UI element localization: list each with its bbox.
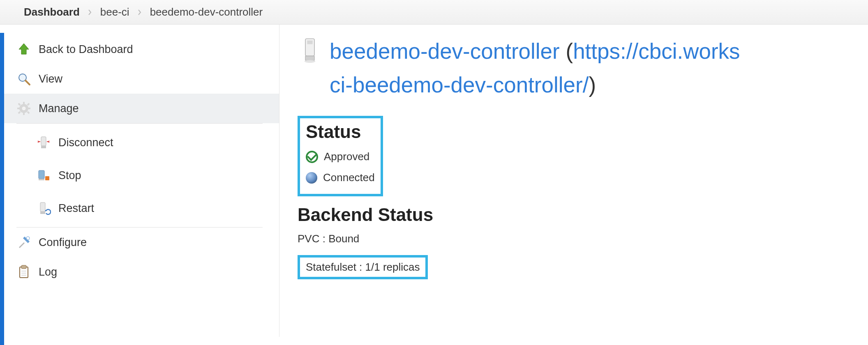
sidebar-item-label: Configure	[39, 236, 87, 249]
up-arrow-icon	[16, 42, 31, 57]
server-disconnect-icon	[36, 135, 51, 150]
status-approved-label: Approved	[324, 150, 369, 163]
chevron-right-icon	[138, 6, 142, 18]
title-name-link[interactable]: beedemo-dev-controller	[330, 39, 560, 63]
title-paren-open: (	[566, 39, 573, 63]
backend-statefulset-line: Statefulset : 1/1 replicas	[306, 261, 420, 273]
breadcrumb-controller[interactable]: beedemo-dev-controller	[150, 6, 263, 18]
sidebar-item-manage[interactable]: Manage	[0, 94, 279, 123]
breadcrumb-bee-ci[interactable]: bee-ci	[100, 6, 129, 18]
svg-point-21	[26, 237, 30, 240]
check-circle-icon	[306, 151, 318, 163]
title-url-link[interactable]: https://cbci.works	[573, 39, 740, 63]
sidebar: Back to Dashboard View Manage Disconnect	[0, 25, 279, 337]
tools-icon	[16, 235, 31, 250]
svg-rect-23	[21, 265, 26, 269]
svg-rect-10	[27, 103, 30, 106]
sidebar-item-log[interactable]: Log	[0, 257, 279, 287]
breadcrumb-dashboard[interactable]: Dashboard	[24, 6, 80, 18]
blue-ball-icon	[306, 172, 317, 184]
status-highlight-box: Status Approved Connected	[298, 116, 383, 196]
svg-rect-6	[17, 108, 20, 109]
clipboard-icon	[16, 264, 31, 279]
title-paren-close: )	[589, 73, 596, 97]
breadcrumb: Dashboard bee-ci beedemo-dev-controller	[0, 0, 868, 25]
server-stop-icon	[36, 168, 51, 183]
gear-icon	[16, 101, 31, 116]
page-title-wrap: beedemo-dev-controller (https://cbci.wor…	[330, 34, 740, 102]
sidebar-item-label: Stop	[58, 169, 81, 182]
main-content: beedemo-dev-controller (https://cbci.wor…	[279, 25, 868, 337]
sidebar-item-label: View	[39, 73, 62, 85]
svg-rect-4	[23, 102, 25, 104]
status-heading: Status	[306, 122, 375, 142]
svg-rect-19	[40, 202, 45, 212]
server-icon	[298, 38, 322, 63]
sidebar-item-label: Manage	[39, 102, 79, 115]
svg-rect-12	[41, 137, 46, 146]
sidebar-item-label: Restart	[58, 202, 94, 215]
sidebar-item-view[interactable]: View	[0, 64, 279, 94]
backend-heading: Backend Status	[298, 205, 868, 225]
sidebar-item-back[interactable]: Back to Dashboard	[0, 34, 279, 64]
svg-rect-9	[27, 111, 30, 114]
chevron-right-icon	[88, 6, 92, 18]
sidebar-item-stop[interactable]: Stop	[16, 159, 263, 192]
svg-point-3	[22, 107, 26, 110]
svg-rect-29	[305, 56, 314, 60]
title-url-line2[interactable]: ci-beedemo-dev-controller/	[330, 73, 589, 97]
sidebar-item-restart[interactable]: Restart	[16, 192, 263, 225]
svg-point-30	[305, 60, 316, 63]
sidebar-item-disconnect[interactable]: Disconnect	[16, 126, 263, 159]
svg-rect-17	[39, 179, 44, 180]
magnifier-icon	[16, 71, 31, 86]
svg-rect-28	[307, 41, 312, 44]
sidebar-item-label: Log	[39, 266, 57, 278]
statefulset-highlight-box: Statefulset : 1/1 replicas	[298, 255, 428, 279]
svg-rect-7	[28, 108, 30, 109]
status-approved-row: Approved	[306, 146, 375, 167]
server-restart-icon	[36, 201, 51, 216]
sidebar-item-label: Back to Dashboard	[39, 43, 133, 56]
svg-rect-11	[18, 111, 21, 114]
sidebar-item-label: Disconnect	[58, 136, 113, 149]
svg-rect-5	[23, 113, 25, 115]
svg-rect-16	[39, 170, 44, 179]
svg-rect-8	[18, 103, 21, 106]
status-connected-row: Connected	[306, 167, 375, 188]
status-connected-label: Connected	[323, 171, 375, 184]
sidebar-item-configure[interactable]: Configure	[0, 228, 279, 257]
svg-line-1	[25, 80, 30, 85]
backend-pvc-line: PVC : Bound	[298, 232, 359, 245]
svg-rect-20	[40, 212, 45, 214]
svg-rect-18	[45, 176, 49, 180]
svg-rect-13	[41, 146, 46, 148]
